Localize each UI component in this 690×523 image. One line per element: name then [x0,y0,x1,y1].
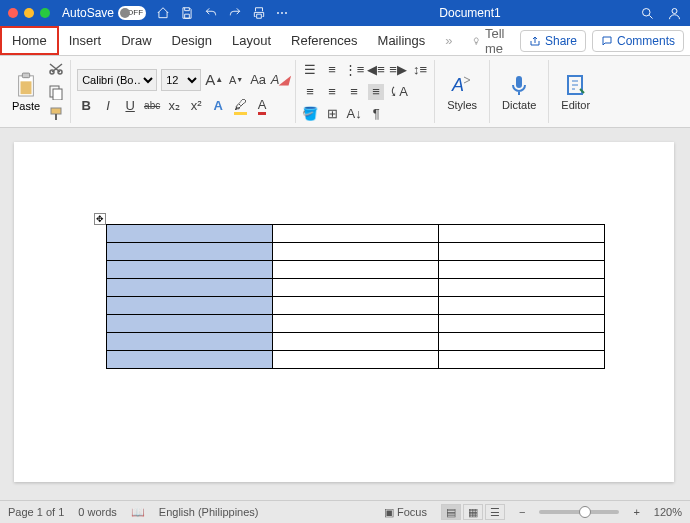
language-indicator[interactable]: English (Philippines) [159,506,259,518]
font-color-icon[interactable]: A [253,97,271,115]
align-left-icon[interactable]: ≡ [302,84,318,100]
focus-mode-button[interactable]: ▣ Focus [384,506,427,519]
table-cell[interactable] [273,279,439,297]
tab-layout[interactable]: Layout [222,26,281,55]
spell-check-icon[interactable]: 📖 [131,506,145,519]
shading-icon[interactable]: 🪣 [302,106,318,122]
comments-button[interactable]: Comments [592,30,684,52]
font-size-select[interactable]: 12 [161,69,201,91]
web-layout-view-icon[interactable]: ▦ [463,504,483,520]
table-cell[interactable] [273,297,439,315]
tab-insert[interactable]: Insert [59,26,112,55]
justify-icon[interactable]: ≡ [368,84,384,100]
line-spacing-icon[interactable]: ↕≡ [412,62,428,78]
table-cell[interactable] [273,261,439,279]
zoom-in-button[interactable]: + [633,506,639,518]
tab-mailings[interactable]: Mailings [368,26,436,55]
table-cell[interactable] [439,261,605,279]
tell-me-button[interactable]: Tell me [462,26,520,55]
undo-icon[interactable] [204,6,218,20]
table-cell[interactable] [107,279,273,297]
styles-button[interactable]: A Styles [441,73,483,111]
close-window-icon[interactable] [8,8,18,18]
cut-icon[interactable] [48,62,64,78]
tab-design[interactable]: Design [162,26,222,55]
sort-icon[interactable]: A↓ [346,106,362,122]
zoom-out-button[interactable]: − [519,506,525,518]
bold-button[interactable]: B [77,97,95,115]
text-effects-icon[interactable]: A [209,97,227,115]
increase-indent-icon[interactable]: ≡▶ [390,62,406,78]
underline-button[interactable]: U [121,97,139,115]
table-cell[interactable] [107,297,273,315]
table-cell[interactable] [439,279,605,297]
table-cell[interactable] [439,297,605,315]
print-icon[interactable] [252,6,266,20]
zoom-slider[interactable] [539,510,619,514]
table-cell[interactable] [439,333,605,351]
search-icon[interactable] [640,6,655,21]
document-table[interactable] [106,224,605,369]
document-title: Document1 [300,6,640,20]
copy-icon[interactable] [48,84,64,100]
print-layout-view-icon[interactable]: ▤ [441,504,461,520]
more-icon[interactable]: ⋯ [276,6,288,20]
paste-button[interactable]: Paste [12,72,40,112]
table-cell[interactable] [439,351,605,369]
table-cell[interactable] [107,225,273,243]
table-cell[interactable] [107,243,273,261]
zoom-level[interactable]: 120% [654,506,682,518]
table-cell[interactable] [107,315,273,333]
shrink-font-icon[interactable]: A▼ [227,71,245,89]
table-cell[interactable] [439,225,605,243]
multilevel-icon[interactable]: ⋮≡ [346,62,362,78]
table-move-handle-icon[interactable]: ✥ [94,213,106,225]
decrease-indent-icon[interactable]: ◀≡ [368,62,384,78]
strikethrough-button[interactable]: abc [143,97,161,115]
save-icon[interactable] [180,6,194,20]
tab-references[interactable]: References [281,26,367,55]
editor-button[interactable]: Editor [555,73,596,111]
clear-format-icon[interactable]: A◢ [271,71,289,89]
font-name-select[interactable]: Calibri (Bo… [77,69,157,91]
maximize-window-icon[interactable] [40,8,50,18]
table-cell[interactable] [439,243,605,261]
table-cell[interactable] [107,333,273,351]
numbering-icon[interactable]: ≡ [324,62,340,78]
share-button[interactable]: Share [520,30,586,52]
superscript-button[interactable]: x² [187,97,205,115]
table-cell[interactable] [439,315,605,333]
table-cell[interactable] [273,225,439,243]
bullets-icon[interactable]: ☰ [302,62,318,78]
table-cell[interactable] [107,261,273,279]
page-canvas[interactable]: ✥ [14,142,674,482]
home-icon[interactable] [156,6,170,20]
account-icon[interactable] [667,6,682,21]
redo-icon[interactable] [228,6,242,20]
table-cell[interactable] [107,351,273,369]
text-direction-icon[interactable]: ⤹A [390,84,406,100]
borders-icon[interactable]: ⊞ [324,106,340,122]
word-count[interactable]: 0 words [78,506,117,518]
page-indicator[interactable]: Page 1 of 1 [8,506,64,518]
grow-font-icon[interactable]: A▲ [205,71,223,89]
table-cell[interactable] [273,351,439,369]
highlight-icon[interactable]: 🖊 [231,97,249,115]
table-cell[interactable] [273,243,439,261]
autosave-toggle[interactable]: AutoSave OFF [62,6,146,20]
table-cell[interactable] [273,333,439,351]
table-cell[interactable] [273,315,439,333]
italic-button[interactable]: I [99,97,117,115]
more-tabs-icon[interactable]: » [435,26,462,55]
outline-view-icon[interactable]: ☰ [485,504,505,520]
show-marks-icon[interactable]: ¶ [368,106,384,122]
align-center-icon[interactable]: ≡ [324,84,340,100]
subscript-button[interactable]: x₂ [165,97,183,115]
change-case-icon[interactable]: Aa [249,71,267,89]
format-painter-icon[interactable] [48,106,64,122]
dictate-button[interactable]: Dictate [496,73,542,111]
minimize-window-icon[interactable] [24,8,34,18]
tab-home[interactable]: Home [0,26,59,55]
align-right-icon[interactable]: ≡ [346,84,362,100]
tab-draw[interactable]: Draw [111,26,161,55]
